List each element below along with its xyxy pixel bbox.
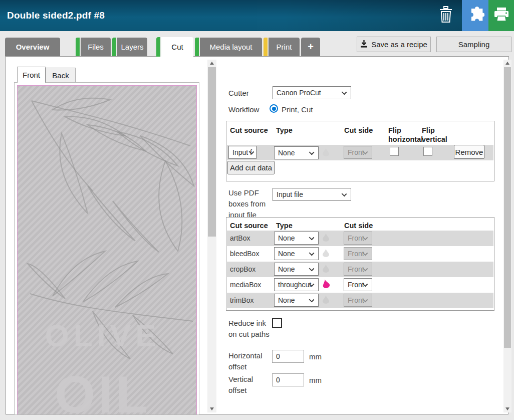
tab-add[interactable]: + <box>301 38 320 56</box>
pdf-box-name: artBox <box>230 234 250 242</box>
ink-droplet-icon <box>323 264 329 275</box>
save-icon <box>360 40 368 49</box>
cut-side-value: Front <box>348 296 364 304</box>
pdf-boxes-table: Cut source Type Cut side artBox None Fro… <box>226 217 494 311</box>
cut-side-select-trimbox: Front <box>344 294 372 307</box>
type-select-trimbox[interactable]: None <box>274 294 319 307</box>
scrollbar-thumb[interactable] <box>504 67 511 348</box>
tab-layers[interactable]: Layers <box>112 38 147 56</box>
tab-label: Cut <box>161 37 193 57</box>
print-job-button[interactable] <box>488 0 514 31</box>
plugins-button[interactable] <box>462 0 488 31</box>
vertical-offset-unit: mm <box>309 376 322 384</box>
chevron-down-icon <box>342 191 347 197</box>
col-header-type: Type <box>276 221 293 230</box>
preview-tab-front[interactable]: Front <box>17 67 46 83</box>
pdf-box-name: trimBox <box>230 296 253 304</box>
save-as-recipe-button[interactable]: Save as a recipe <box>357 37 431 52</box>
chevron-down-icon <box>309 235 315 241</box>
pdf-boxes-select[interactable]: Input file <box>273 188 351 201</box>
cutter-select[interactable]: Canon ProCut <box>273 86 351 99</box>
chevron-down-icon <box>309 150 315 155</box>
type-value: None <box>278 234 295 242</box>
scroll-up-icon[interactable] <box>207 60 216 67</box>
type-value: None <box>278 149 295 157</box>
preview-tab-back[interactable]: Back <box>46 68 76 83</box>
cut-source-select[interactable]: Input f <box>228 146 256 159</box>
cutter-value: Canon ProCut <box>277 89 321 97</box>
job-header: Double sided2.pdf #8 <box>0 0 514 31</box>
tab-overview[interactable]: Overview <box>5 38 60 56</box>
ink-droplet-icon <box>323 249 329 259</box>
type-select-artbox[interactable]: None <box>274 232 319 245</box>
ink-droplet-icon <box>323 233 329 244</box>
add-cut-data-button[interactable]: Add cut data <box>227 161 275 174</box>
type-select-mediabox[interactable]: throughcut <box>274 278 319 291</box>
pdf-box-name: cropBox <box>230 265 255 273</box>
col-header-cut-side: Cut side <box>344 221 373 230</box>
flip-vertical-checkbox[interactable] <box>423 147 432 156</box>
type-select-cropbox[interactable]: None <box>274 263 319 276</box>
delete-job-button[interactable] <box>432 0 460 31</box>
tab-status-stripe <box>76 38 81 56</box>
pdf-boxes-label: Use PDF boxes from input file <box>228 187 270 221</box>
tab-label: Media layout <box>200 38 262 56</box>
cutter-label: Cutter <box>228 88 271 99</box>
flip-horizontal-checkbox[interactable] <box>390 147 399 156</box>
ink-droplet-icon-active <box>322 279 331 291</box>
tab-status-stripe <box>264 38 269 56</box>
cut-tab-content: Front Back <box>5 56 509 415</box>
artwork-canvas: OLIVE OIL <box>17 85 197 415</box>
workflow-radio[interactable] <box>270 104 278 113</box>
artwork-preview: OLIVE OIL <box>14 82 199 415</box>
type-value: None <box>278 250 295 258</box>
horizontal-offset-label: Horizontal offset <box>228 350 271 372</box>
tab-cut[interactable]: Cut <box>156 37 193 57</box>
remove-button[interactable]: Remove <box>454 145 484 159</box>
ink-droplet-icon <box>323 148 329 158</box>
preview-scrollbar[interactable] <box>207 60 216 412</box>
pdf-box-name: mediaBox <box>230 281 261 289</box>
sampling-label: Sampling <box>458 40 490 49</box>
tab-files[interactable]: Files <box>76 38 111 56</box>
cut-side-value: Front <box>348 250 364 258</box>
col-header-cut-source: Cut source <box>230 221 268 230</box>
add-cut-data-label: Add cut data <box>230 163 272 172</box>
scroll-down-icon[interactable] <box>503 405 511 412</box>
cut-side-select-mediabox[interactable]: Front <box>344 278 372 291</box>
cut-side-value: Front <box>348 234 364 242</box>
scrollbar-thumb[interactable] <box>208 67 216 237</box>
chevron-down-icon <box>342 90 347 95</box>
tab-media-layout[interactable]: Media layout <box>195 38 262 56</box>
cut-side-select-cropbox: Front <box>344 263 372 276</box>
chevron-down-icon <box>309 297 315 303</box>
tab-print[interactable]: Print <box>264 38 300 56</box>
job-title: Double sided2.pdf #8 <box>7 0 105 31</box>
tab-status-stripe <box>195 38 200 56</box>
remove-label: Remove <box>455 148 483 156</box>
horizontal-offset-unit: mm <box>309 352 322 361</box>
horizontal-offset-input[interactable] <box>272 350 304 363</box>
scroll-up-icon[interactable] <box>503 60 511 67</box>
tab-label: Files <box>81 38 111 56</box>
pdf-box-name: bleedBox <box>230 250 259 258</box>
scroll-down-icon[interactable] <box>207 405 216 412</box>
reduce-ink-checkbox[interactable] <box>272 318 282 328</box>
reduce-ink-label: Reduce ink on cut paths <box>228 318 273 340</box>
ink-droplet-icon <box>323 295 329 306</box>
type-value: throughcut <box>278 281 311 289</box>
col-header-flip-horizontal: Flip horizontal <box>388 126 422 144</box>
olive-artwork: OLIVE OIL <box>18 86 196 415</box>
workflow-value: Print, Cut <box>282 104 313 115</box>
type-select[interactable]: None <box>274 146 319 159</box>
type-select-bleedbox[interactable]: None <box>274 247 319 260</box>
sampling-button[interactable]: Sampling <box>436 37 511 52</box>
col-header-cut-source: Cut source <box>230 126 268 135</box>
printer-icon <box>492 6 510 26</box>
vertical-offset-input[interactable] <box>272 373 304 386</box>
settings-scrollbar[interactable] <box>503 60 511 412</box>
pdf-boxes-value: Input file <box>277 190 303 198</box>
tab-status-stripe <box>156 37 161 57</box>
cut-side-value: Front <box>348 265 364 273</box>
tab-status-stripe <box>112 38 117 56</box>
